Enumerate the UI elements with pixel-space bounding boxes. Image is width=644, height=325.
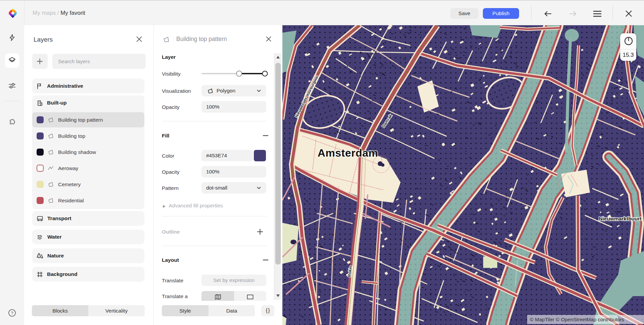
svg-text:?: ? <box>11 311 13 316</box>
svg-text:Amsterdam: Amsterdam <box>318 147 378 159</box>
svg-text:Nieuwmarktbuurt: Nieuwmarktbuurt <box>599 216 641 221</box>
